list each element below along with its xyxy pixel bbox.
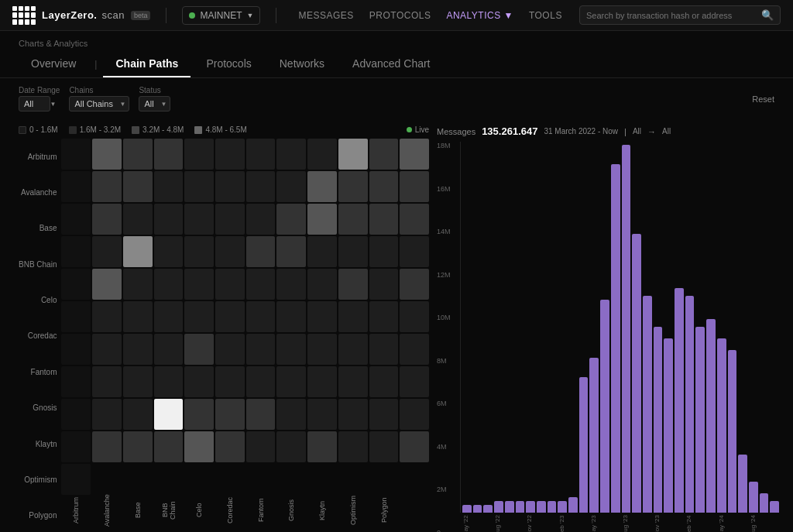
nav-tools[interactable]: TOOLS — [529, 10, 562, 21]
bar-wrap[interactable] — [589, 145, 599, 513]
heatmap-cell[interactable] — [123, 204, 153, 235]
bar-wrap[interactable] — [622, 145, 631, 513]
heatmap-cell[interactable] — [154, 269, 184, 300]
bar-wrap[interactable] — [770, 145, 779, 513]
bar-wrap[interactable] — [738, 145, 747, 513]
heatmap-cell[interactable] — [184, 431, 214, 462]
heatmap-cell[interactable] — [400, 301, 429, 332]
heatmap-cell[interactable] — [215, 269, 245, 300]
bar-wrap[interactable] — [664, 145, 673, 513]
heatmap-cell[interactable] — [215, 171, 245, 202]
heatmap-cell[interactable] — [92, 269, 122, 300]
heatmap-cell[interactable] — [92, 301, 122, 332]
tab-chain-paths[interactable]: Chain Paths — [103, 51, 191, 77]
heatmap-cell[interactable] — [338, 139, 368, 170]
bar-wrap[interactable] — [526, 145, 535, 513]
heatmap-cell[interactable] — [338, 334, 368, 365]
reset-button[interactable]: Reset — [752, 94, 774, 104]
bar-wrap[interactable] — [537, 145, 546, 513]
heatmap-cell[interactable] — [246, 139, 276, 170]
bar-wrap[interactable] — [706, 145, 716, 513]
heatmap-cell[interactable] — [154, 334, 184, 365]
chains-select-wrap[interactable]: All Chains — [69, 96, 129, 112]
heatmap-cell[interactable] — [338, 236, 368, 267]
heatmap-cell[interactable] — [184, 204, 214, 235]
heatmap-cell[interactable] — [61, 464, 91, 495]
heatmap-cell[interactable] — [61, 301, 91, 332]
heatmap-cell[interactable] — [61, 204, 91, 235]
heatmap-cell[interactable] — [123, 139, 153, 170]
heatmap-cell[interactable] — [369, 366, 399, 397]
heatmap-cell[interactable] — [338, 269, 368, 300]
heatmap-cell[interactable] — [369, 431, 399, 462]
heatmap-cell[interactable] — [246, 431, 276, 462]
bar-wrap[interactable] — [632, 145, 641, 513]
heatmap-cell[interactable] — [276, 301, 306, 332]
chains-select[interactable]: All Chains — [69, 96, 129, 112]
bar-wrap[interactable] — [462, 145, 472, 513]
bar-wrap[interactable] — [728, 145, 737, 513]
heatmap-cell[interactable] — [400, 171, 429, 202]
heatmap-cell[interactable] — [338, 301, 368, 332]
heatmap-cell[interactable] — [276, 204, 306, 235]
date-range-select[interactable]: All — [19, 96, 50, 112]
heatmap-cell[interactable] — [92, 139, 122, 170]
nav-analytics[interactable]: ANALYTICS ▼ — [446, 10, 513, 21]
heatmap-cell[interactable] — [338, 399, 368, 430]
date-range-select-wrap[interactable]: All — [19, 96, 60, 112]
heatmap-cell[interactable] — [338, 366, 368, 397]
heatmap-cell[interactable] — [215, 366, 245, 397]
bar-wrap[interactable] — [505, 145, 514, 513]
heatmap-cell[interactable] — [276, 431, 306, 462]
heatmap-cell[interactable] — [307, 171, 337, 202]
network-selector[interactable]: MAINNET ▼ — [182, 6, 260, 25]
heatmap-cell[interactable] — [123, 171, 153, 202]
bar-wrap[interactable] — [611, 145, 620, 513]
heatmap-cell[interactable] — [246, 171, 276, 202]
heatmap-cell[interactable] — [307, 301, 337, 332]
heatmap-cell[interactable] — [154, 399, 184, 430]
bar-wrap[interactable] — [643, 145, 652, 513]
bar-wrap[interactable] — [717, 145, 726, 513]
heatmap-cell[interactable] — [276, 269, 306, 300]
heatmap-cell[interactable] — [61, 399, 91, 430]
heatmap-cell[interactable] — [246, 301, 276, 332]
heatmap-cell[interactable] — [92, 204, 122, 235]
heatmap-cell[interactable] — [246, 204, 276, 235]
tab-protocols[interactable]: Protocols — [194, 51, 263, 77]
bar-wrap[interactable] — [600, 145, 609, 513]
bar-wrap[interactable] — [654, 145, 663, 513]
bar-wrap[interactable] — [548, 145, 557, 513]
status-select[interactable]: All — [139, 96, 170, 112]
heatmap-cell[interactable] — [369, 236, 399, 267]
heatmap-cell[interactable] — [400, 399, 429, 430]
heatmap-cell[interactable] — [184, 269, 214, 300]
heatmap-cell[interactable] — [400, 269, 429, 300]
heatmap-cell[interactable] — [215, 139, 245, 170]
bar-wrap[interactable] — [516, 145, 525, 513]
status-select-wrap[interactable]: All — [139, 96, 170, 112]
heatmap-cell[interactable] — [215, 334, 245, 365]
heatmap-cell[interactable] — [246, 334, 276, 365]
heatmap-cell[interactable] — [276, 334, 306, 365]
heatmap-cell[interactable] — [92, 334, 122, 365]
heatmap-cell[interactable] — [61, 236, 91, 267]
heatmap-cell[interactable] — [184, 366, 214, 397]
heatmap-cell[interactable] — [184, 399, 214, 430]
heatmap-cell[interactable] — [123, 236, 153, 267]
nav-messages[interactable]: MESSAGES — [298, 10, 353, 21]
heatmap-cell[interactable] — [154, 301, 184, 332]
bar-wrap[interactable] — [494, 145, 503, 513]
bar-wrap[interactable] — [685, 145, 695, 513]
heatmap-cell[interactable] — [215, 431, 245, 462]
heatmap-cell[interactable] — [92, 431, 122, 462]
heatmap-cell[interactable] — [307, 204, 337, 235]
heatmap-cell[interactable] — [246, 366, 276, 397]
heatmap-cell[interactable] — [123, 366, 153, 397]
heatmap-cell[interactable] — [61, 171, 91, 202]
bar-wrap[interactable] — [483, 145, 493, 513]
heatmap-cell[interactable] — [154, 366, 184, 397]
bar-wrap[interactable] — [695, 145, 705, 513]
heatmap-cell[interactable] — [92, 171, 122, 202]
bar-wrap[interactable] — [675, 145, 684, 513]
